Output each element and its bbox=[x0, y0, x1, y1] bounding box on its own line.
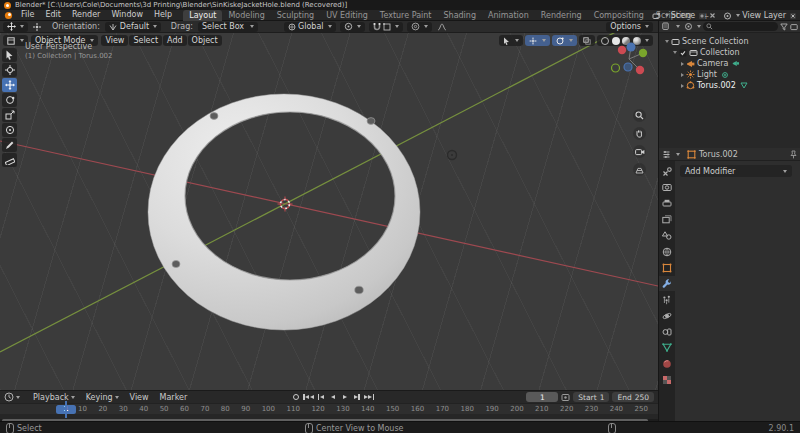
outliner-row-scene-collection[interactable]: Scene Collection bbox=[659, 36, 800, 47]
view-layer-selector[interactable]: View Layer bbox=[723, 11, 786, 20]
timeline-editor-icon[interactable] bbox=[4, 392, 14, 402]
measure-tool[interactable] bbox=[2, 153, 17, 167]
tab-animation[interactable]: Animation bbox=[482, 10, 535, 21]
annotate-tool[interactable] bbox=[2, 138, 17, 152]
light-object-widget[interactable] bbox=[448, 151, 457, 160]
menu-item[interactable]: Window bbox=[106, 10, 148, 20]
viewport-menu-item[interactable]: Object bbox=[188, 35, 222, 46]
tab-object[interactable] bbox=[659, 260, 675, 275]
auto-key-button[interactable] bbox=[291, 392, 301, 402]
tab-output[interactable] bbox=[659, 196, 675, 211]
disclosure-icon[interactable] bbox=[673, 51, 677, 54]
menu-item[interactable]: File bbox=[16, 10, 39, 20]
tab-particles[interactable] bbox=[659, 292, 675, 307]
tab-uv-editing[interactable]: UV Editing bbox=[320, 10, 374, 21]
tab-compositing[interactable]: Compositing bbox=[588, 10, 650, 21]
tab-view-layer[interactable] bbox=[659, 212, 675, 227]
outliner-row-torus[interactable]: Torus.002 bbox=[659, 80, 800, 91]
outliner-row-collection[interactable]: Collection bbox=[659, 47, 800, 58]
tab-texture-paint[interactable]: Texture Paint bbox=[374, 10, 438, 21]
axis-y-ball[interactable] bbox=[639, 49, 647, 57]
tab-scene[interactable] bbox=[659, 228, 675, 243]
active-tool-dropdown[interactable] bbox=[3, 22, 28, 32]
transform-tool[interactable] bbox=[2, 123, 17, 137]
pan-button[interactable] bbox=[633, 127, 646, 140]
jump-to-end-button[interactable] bbox=[364, 392, 375, 402]
scale-tool[interactable] bbox=[2, 108, 17, 122]
camera-view-button[interactable] bbox=[633, 145, 646, 158]
tab-texture[interactable] bbox=[659, 372, 675, 387]
playback-menu[interactable]: Playback bbox=[28, 393, 80, 402]
disclosure-icon[interactable] bbox=[681, 84, 684, 88]
tab-render[interactable] bbox=[659, 180, 675, 195]
next-keyframe-button[interactable] bbox=[352, 392, 362, 402]
axis-z-neg-ball[interactable] bbox=[624, 63, 632, 71]
pin-icon[interactable] bbox=[790, 150, 797, 159]
tab-world[interactable] bbox=[659, 244, 675, 259]
rotate-tool[interactable] bbox=[2, 93, 17, 107]
disclosure-icon[interactable] bbox=[665, 40, 669, 43]
disclosure-icon[interactable] bbox=[681, 73, 684, 77]
keying-menu[interactable]: Keying bbox=[81, 393, 124, 402]
playhead[interactable] bbox=[65, 401, 67, 418]
tab-object-data[interactable] bbox=[659, 340, 675, 355]
outliner-row-camera[interactable]: Camera bbox=[659, 58, 800, 69]
axis-y-neg-ball[interactable] bbox=[612, 64, 620, 72]
xray-toggle[interactable] bbox=[579, 35, 595, 46]
view-menu[interactable]: View bbox=[125, 393, 154, 402]
tab-layout[interactable]: Layout bbox=[183, 10, 222, 21]
options-dropdown[interactable]: Options bbox=[606, 22, 653, 32]
tab-physics[interactable] bbox=[659, 308, 675, 323]
outliner-display-mode-dropdown[interactable] bbox=[662, 22, 672, 31]
new-scene-icon[interactable] bbox=[698, 12, 706, 20]
marker-menu[interactable]: Marker bbox=[155, 393, 193, 402]
outliner-filter-mode-icon[interactable] bbox=[684, 22, 693, 31]
disclosure-icon[interactable] bbox=[681, 62, 684, 66]
tab-tool[interactable] bbox=[659, 164, 675, 179]
scene-selector[interactable]: Scene bbox=[652, 11, 695, 20]
snap-controls[interactable] bbox=[369, 22, 403, 32]
menu-item[interactable]: Render bbox=[67, 10, 105, 20]
orientation-dropdown[interactable]: Default bbox=[105, 22, 161, 32]
transform-orientation-dropdown[interactable]: Global bbox=[284, 22, 336, 32]
outliner-search-input[interactable] bbox=[703, 22, 778, 31]
show-gizmo-toggle[interactable] bbox=[525, 35, 550, 46]
gizmo-toggle-icon[interactable] bbox=[32, 22, 42, 32]
axis-z-ball[interactable] bbox=[627, 43, 636, 52]
tab-constraints[interactable] bbox=[659, 324, 675, 339]
new-collection-icon[interactable] bbox=[790, 23, 798, 31]
collection-checkbox[interactable] bbox=[679, 49, 687, 57]
properties-editor-icon[interactable] bbox=[662, 150, 671, 159]
navigation-gizmo[interactable] bbox=[610, 41, 650, 81]
viewport-menu-item[interactable]: View bbox=[101, 35, 128, 46]
add-modifier-button[interactable]: Add Modifier bbox=[680, 165, 792, 177]
drag-dropdown[interactable]: Select Box bbox=[198, 22, 258, 32]
viewport-menu-item[interactable]: Add bbox=[163, 35, 187, 46]
filter-funnel-icon[interactable] bbox=[780, 23, 788, 31]
torus-object[interactable] bbox=[148, 94, 420, 330]
tab-shading[interactable]: Shading bbox=[437, 10, 482, 21]
tab-modifiers[interactable] bbox=[659, 276, 675, 291]
perspective-toggle-button[interactable] bbox=[633, 163, 646, 176]
current-frame-field[interactable]: 1 bbox=[526, 392, 558, 402]
tab-rendering[interactable]: Rendering bbox=[535, 10, 588, 21]
outliner-row-light[interactable]: Light bbox=[659, 69, 800, 80]
jump-to-start-button[interactable] bbox=[303, 392, 314, 402]
timeline-ruler[interactable]: 1020304050607080901001101201301401501601… bbox=[0, 403, 658, 414]
tab-modeling[interactable]: Modeling bbox=[222, 10, 270, 21]
start-frame-field[interactable]: Start 1 bbox=[573, 392, 609, 402]
show-overlays-toggle[interactable] bbox=[552, 35, 577, 46]
tab-material[interactable] bbox=[659, 356, 675, 371]
viewport-3d[interactable]: Object Mode ViewSelectAddObject bbox=[0, 33, 658, 390]
unlink-scene-icon[interactable] bbox=[709, 12, 716, 19]
prev-keyframe-button[interactable] bbox=[316, 392, 326, 402]
zoom-button[interactable] bbox=[633, 109, 646, 122]
select-tool-dropdown[interactable] bbox=[499, 35, 523, 46]
axis-x-ball[interactable] bbox=[618, 46, 626, 54]
remove-view-layer-icon[interactable] bbox=[789, 12, 797, 20]
axis-x-neg-ball[interactable] bbox=[636, 66, 644, 74]
menu-item[interactable]: Edit bbox=[40, 10, 66, 20]
play-button[interactable] bbox=[340, 392, 350, 402]
select-box-tool[interactable] bbox=[2, 48, 17, 62]
menu-item[interactable]: Help bbox=[149, 10, 177, 20]
